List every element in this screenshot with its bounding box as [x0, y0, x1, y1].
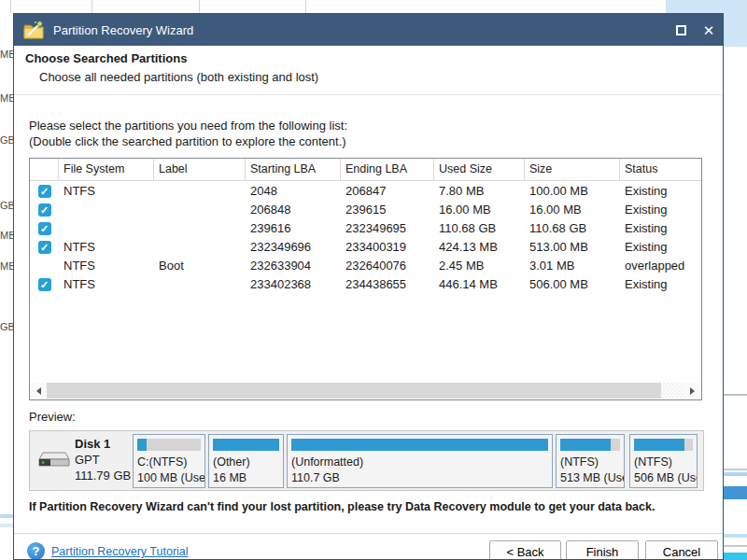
partition-name: (NTFS): [634, 455, 672, 469]
cell-label: [154, 182, 246, 201]
cancel-button[interactable]: Cancel: [645, 540, 718, 560]
cell-file-system: NTFS: [59, 182, 154, 201]
background-diskmap-line: [0, 524, 13, 527]
row-checkbox[interactable]: ✓: [38, 185, 51, 198]
partition-usage-fill: [291, 439, 548, 451]
row-checkbox[interactable]: ✓: [38, 241, 51, 254]
table-row[interactable]: NTFSBoot2326339042326400762.45 MB3.01 MB…: [30, 257, 701, 275]
row-checkbox[interactable]: ✓: [38, 278, 51, 291]
partition-size: 513 MB (Used: [560, 471, 625, 484]
horizontal-scrollbar[interactable]: [31, 383, 700, 399]
scrollbar-thumb[interactable]: [47, 383, 661, 399]
table-row[interactable]: ✓20684823961516.00 MB16.00 MBExisting: [30, 201, 701, 219]
preview-partition-block[interactable]: (NTFS)513 MB (Used: [556, 434, 625, 488]
preview-partition-block[interactable]: (NTFS)506 MB (Used: [629, 434, 698, 488]
background-diskmap-line: [724, 472, 747, 476]
app-icon: [22, 20, 45, 40]
row-checkbox[interactable]: ✓: [38, 203, 51, 217]
table-body: ✓NTFS20482068477.80 MB100.00 MBExisting✓…: [30, 182, 701, 294]
preview-partition-block[interactable]: (Unformatted)110.7 GB: [287, 434, 553, 488]
scroll-left-button[interactable]: [31, 383, 47, 399]
cell-starting-lba: 206848: [246, 201, 341, 219]
cell-starting-lba: 239616: [246, 219, 341, 238]
cell-checkbox: ✓: [30, 275, 59, 294]
column-header-used-size[interactable]: Used Size: [434, 159, 525, 181]
cell-size: 110.68 GB: [525, 219, 620, 238]
recovery-note: If Partition Recovery Wizard can't find …: [29, 500, 701, 513]
page-subtitle: Choose all needed partitions (both exist…: [39, 70, 318, 84]
preview-partition-block[interactable]: (Other)16 MB: [208, 434, 284, 488]
cell-file-system: NTFS: [59, 257, 154, 275]
background-right-strip: [724, 0, 747, 560]
close-button[interactable]: ✕: [695, 14, 723, 46]
partition-size: 506 MB (Used: [634, 471, 698, 484]
scroll-left-icon: [36, 387, 41, 395]
disk-preview: Disk 1 GPT 111.79 GB C:(NTFS)100 MB (Use…: [29, 430, 704, 491]
cell-size: 3.01 MB: [525, 257, 620, 275]
cell-checkbox: ✓: [30, 219, 59, 238]
background-highlight: [724, 0, 747, 47]
partition-size: 100 MB (Used: [137, 471, 205, 484]
cell-status: Existing: [620, 201, 701, 219]
table-row[interactable]: ✓NTFS20482068477.80 MB100.00 MBExisting: [30, 182, 701, 201]
cell-ending-lba: 232349695: [341, 219, 434, 238]
partition-usage-fill: [634, 439, 684, 451]
scrollbar-track[interactable]: [47, 383, 684, 399]
background-text-fragment: MB: [0, 92, 13, 104]
cell-size: 506.00 MB: [525, 275, 620, 294]
partition-usage-bar: [213, 439, 279, 451]
background-left-strip: MBMBGBGBMBMBGB: [0, 13, 13, 560]
maximize-icon: [676, 25, 686, 35]
column-header-checkbox[interactable]: [30, 159, 59, 181]
table-row[interactable]: ✓239616232349695110.68 GB110.68 GBExisti…: [30, 219, 701, 238]
background-gridline: [724, 394, 747, 396]
instruction-line-2: (Double click the searched partition to …: [29, 134, 346, 148]
column-header-ending-lba[interactable]: Ending LBA: [341, 159, 434, 181]
background-gridline: [724, 469, 747, 470]
background-gridline: [10, 0, 11, 13]
cell-file-system: NTFS: [59, 275, 154, 294]
cell-status: Existing: [620, 238, 701, 257]
back-button[interactable]: < Back: [489, 540, 561, 560]
scroll-right-button[interactable]: [684, 383, 700, 399]
cell-ending-lba: 233400319: [341, 238, 434, 257]
instruction-line-1: Please select the partitions you need fr…: [29, 119, 347, 133]
preview-partition-block[interactable]: C:(NTFS)100 MB (Used: [133, 434, 205, 488]
row-checkbox[interactable]: ✓: [38, 222, 51, 235]
tutorial-link[interactable]: Partition Recovery Tutorial: [51, 545, 189, 558]
partition-name: (NTFS): [560, 455, 599, 469]
background-text-fragment: GB: [0, 321, 13, 332]
table-row[interactable]: ✓NTFS232349696233400319424.13 MB513.00 M…: [30, 238, 701, 257]
partition-size: 110.7 GB: [291, 471, 340, 484]
cell-file-system: NTFS: [59, 238, 154, 257]
background-diskmap-bar: [724, 553, 747, 560]
background-diskmap-bar: [724, 486, 747, 499]
disk-size: 111.79 GB: [75, 468, 131, 483]
titlebar[interactable]: Partition Recovery Wizard ✕: [14, 14, 723, 46]
partition-name: (Unformatted): [291, 455, 363, 469]
cell-label: Boot: [154, 257, 246, 275]
partition-usage-fill: [560, 439, 611, 451]
cell-ending-lba: 239615: [341, 201, 434, 219]
maximize-button[interactable]: [667, 14, 695, 46]
column-header-file-system[interactable]: File System: [59, 159, 154, 181]
help-icon[interactable]: ?: [27, 542, 45, 560]
column-header-starting-lba[interactable]: Starting LBA: [246, 159, 341, 181]
cell-starting-lba: 232633904: [246, 257, 341, 275]
cell-starting-lba: 233402368: [246, 275, 341, 294]
table-row[interactable]: ✓NTFS233402368234438655446.14 MB506.00 M…: [30, 275, 701, 294]
cell-size: 513.00 MB: [525, 238, 620, 257]
background-text-fragment: MB: [0, 230, 13, 241]
partition-name: C:(NTFS): [137, 455, 187, 469]
cell-label: [154, 275, 246, 294]
divider: [14, 94, 723, 95]
finish-button[interactable]: Finish: [566, 540, 639, 560]
disk-name: Disk 1: [75, 436, 131, 452]
cell-checkbox: [30, 257, 59, 275]
column-header-status[interactable]: Status: [620, 159, 701, 181]
cell-status: Existing: [620, 219, 701, 238]
column-header-size[interactable]: Size: [525, 159, 620, 181]
partition-usage-bar: [634, 439, 693, 451]
column-header-label[interactable]: Label: [154, 159, 246, 181]
cell-used-size: 16.00 MB: [434, 201, 525, 219]
